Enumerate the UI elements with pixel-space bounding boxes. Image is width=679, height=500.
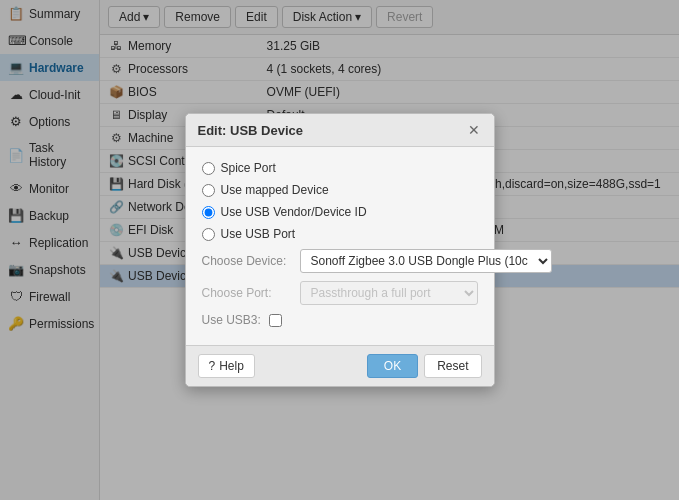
use-usb3-label: Use USB3: [202,313,261,327]
help-button[interactable]: ? Help [198,354,255,378]
radio-label-spice: Spice Port [221,161,276,175]
help-icon: ? [209,359,216,373]
modal-body: Spice Port Use mapped Device Use USB Ven… [186,147,494,345]
radio-label-port: Use USB Port [221,227,296,241]
choose-device-row: Choose Device: Sonoff Zigbee 3.0 USB Don… [202,249,478,273]
modal-overlay: Edit: USB Device ✕ Spice Port Use mapped… [0,0,679,500]
choose-port-row: Choose Port: Passthrough a full port [202,281,478,305]
radio-option-port[interactable]: Use USB Port [202,227,478,241]
device-select[interactable]: Sonoff Zigbee 3.0 USB Dongle Plus (10c [300,249,552,273]
modal-close-button[interactable]: ✕ [466,122,482,138]
radio-input-vendor[interactable] [202,206,215,219]
choose-device-label: Choose Device: [202,254,292,268]
reset-button[interactable]: Reset [424,354,481,378]
radio-option-vendor[interactable]: Use USB Vendor/Device ID [202,205,478,219]
radio-label-mapped: Use mapped Device [221,183,329,197]
radio-input-spice[interactable] [202,162,215,175]
ok-button[interactable]: OK [367,354,418,378]
port-select[interactable]: Passthrough a full port [300,281,478,305]
use-usb3-row: Use USB3: [202,313,478,327]
use-usb3-checkbox[interactable] [269,314,282,327]
usb-device-modal: Edit: USB Device ✕ Spice Port Use mapped… [185,113,495,387]
modal-footer: ? Help OK Reset [186,345,494,386]
modal-header: Edit: USB Device ✕ [186,114,494,147]
radio-option-spice[interactable]: Spice Port [202,161,478,175]
modal-actions: OK Reset [367,354,482,378]
radio-label-vendor: Use USB Vendor/Device ID [221,205,367,219]
modal-title: Edit: USB Device [198,123,303,138]
radio-input-mapped[interactable] [202,184,215,197]
radio-input-port[interactable] [202,228,215,241]
choose-port-label: Choose Port: [202,286,292,300]
help-label: Help [219,359,244,373]
radio-option-mapped[interactable]: Use mapped Device [202,183,478,197]
